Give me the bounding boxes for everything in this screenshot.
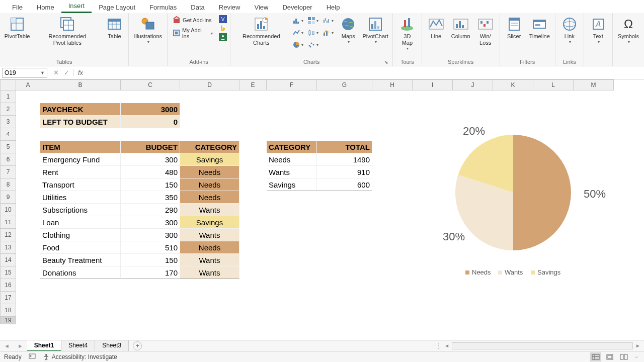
line-chart-button[interactable] bbox=[291, 27, 305, 38]
row-header-17[interactable]: 17 bbox=[0, 292, 16, 304]
select-all-corner[interactable] bbox=[0, 79, 16, 90]
timeline-button[interactable]: Timeline bbox=[527, 15, 552, 41]
tab-developer[interactable]: Developer bbox=[275, 2, 319, 13]
col-header-F[interactable]: F bbox=[267, 79, 317, 90]
scatter-chart-button[interactable] bbox=[306, 39, 320, 50]
tab-insert[interactable]: Insert bbox=[61, 0, 92, 13]
tab-data[interactable]: Data bbox=[184, 2, 211, 13]
col-header-I[interactable]: I bbox=[413, 79, 453, 90]
recommended-charts-button[interactable]: Recommended Charts bbox=[233, 15, 289, 47]
fx-icon[interactable]: fx bbox=[74, 69, 87, 76]
cell-B3[interactable]: LEFT TO BUDGET bbox=[40, 116, 121, 128]
cell-C9[interactable]: 350 bbox=[121, 191, 180, 204]
row-header-18[interactable]: 18 bbox=[0, 304, 16, 317]
sheet-nav-next[interactable]: ► bbox=[14, 343, 27, 349]
row-header-10[interactable]: 10 bbox=[0, 204, 16, 216]
row-header-2[interactable]: 2 bbox=[0, 103, 16, 116]
sheet-tab-sheet1[interactable]: Sheet1 bbox=[27, 340, 61, 351]
accessibility-button[interactable]: Accessibility: Investigate bbox=[43, 353, 117, 360]
tab-home[interactable]: Home bbox=[30, 2, 61, 13]
get-addins-button[interactable]: Get Add-ins bbox=[171, 15, 215, 25]
sheet-tab-sheet4[interactable]: Sheet4 bbox=[61, 340, 95, 351]
col-header-C[interactable]: C bbox=[121, 79, 180, 90]
spark-winloss-button[interactable]: Win/ Loss bbox=[474, 15, 497, 47]
waterfall-chart-button[interactable] bbox=[321, 15, 335, 26]
col-header-M[interactable]: M bbox=[574, 79, 614, 90]
table-button[interactable]: Table bbox=[103, 15, 125, 41]
cell-C2[interactable]: 3000 bbox=[121, 103, 180, 116]
my-addins-button[interactable]: My Add-ins bbox=[171, 26, 215, 40]
row-header-7[interactable]: 7 bbox=[0, 166, 16, 178]
tab-review[interactable]: Review bbox=[212, 2, 248, 13]
cell-B14[interactable]: Beauty Treatment bbox=[40, 254, 121, 266]
cell-G6[interactable]: 1490 bbox=[317, 153, 372, 166]
illustrations-button[interactable]: Illustrations bbox=[132, 15, 164, 45]
cell-B15[interactable]: Donations bbox=[40, 266, 121, 279]
cell-F5[interactable]: CATEGORY bbox=[267, 141, 317, 153]
map3d-button[interactable]: 3D Map bbox=[396, 15, 419, 52]
cell-B9[interactable]: Utilities bbox=[40, 191, 121, 204]
row-header-19[interactable]: 19 bbox=[0, 317, 16, 324]
charts-dialog-launcher[interactable]: ⬊ bbox=[384, 60, 388, 65]
cell-D7[interactable]: Needs bbox=[180, 166, 239, 178]
combo-chart-button[interactable] bbox=[321, 27, 335, 38]
tab-page-layout[interactable]: Page Layout bbox=[92, 2, 142, 13]
cell-B7[interactable]: Rent bbox=[40, 166, 121, 178]
add-sheet-button[interactable]: + bbox=[133, 341, 142, 350]
recommended-pivottables-button[interactable]: Recommended PivotTables bbox=[33, 15, 101, 47]
cell-C8[interactable]: 150 bbox=[121, 178, 180, 191]
cell-D8[interactable]: Needs bbox=[180, 178, 239, 191]
hscroll-left[interactable]: ◄ bbox=[443, 343, 451, 348]
cell-C10[interactable]: 290 bbox=[121, 204, 180, 216]
cell-G5[interactable]: TOTAL bbox=[317, 141, 372, 153]
name-box[interactable]: O19▼ bbox=[2, 68, 47, 78]
col-header-K[interactable]: K bbox=[493, 79, 533, 90]
hscroll-right[interactable]: ► bbox=[634, 343, 642, 348]
visio-icon[interactable]: V bbox=[219, 15, 227, 23]
column-chart-button[interactable] bbox=[291, 15, 305, 26]
cell-B8[interactable]: Transport bbox=[40, 178, 121, 191]
tab-formulas[interactable]: Formulas bbox=[142, 2, 184, 13]
cell-C6[interactable]: 300 bbox=[121, 153, 180, 166]
cell-B2[interactable]: PAYCHECK bbox=[40, 103, 121, 116]
cell-B12[interactable]: Clothing bbox=[40, 229, 121, 241]
col-header-J[interactable]: J bbox=[453, 79, 493, 90]
cell-B11[interactable]: Loan bbox=[40, 216, 121, 229]
cell-B13[interactable]: Food bbox=[40, 241, 121, 254]
row-header-5[interactable]: 5 bbox=[0, 141, 16, 153]
cell-D15[interactable]: Wants bbox=[180, 266, 239, 279]
enter-formula-button[interactable]: ✓ bbox=[64, 69, 69, 76]
tab-file[interactable]: File bbox=[5, 2, 30, 13]
row-header-14[interactable]: 14 bbox=[0, 254, 16, 266]
row-header-3[interactable]: 3 bbox=[0, 116, 16, 128]
cell-C13[interactable]: 510 bbox=[121, 241, 180, 254]
row-header-4[interactable]: 4 bbox=[0, 128, 16, 141]
cell-G7[interactable]: 910 bbox=[317, 166, 372, 178]
spark-column-button[interactable]: Column bbox=[449, 15, 472, 41]
formula-input[interactable] bbox=[87, 68, 644, 77]
cell-D9[interactable]: Needs bbox=[180, 191, 239, 204]
col-header-H[interactable]: H bbox=[372, 79, 413, 90]
cancel-formula-button[interactable]: ✕ bbox=[53, 69, 59, 76]
link-button[interactable]: Link bbox=[558, 15, 581, 45]
row-header-11[interactable]: 11 bbox=[0, 216, 16, 229]
col-header-G[interactable]: G bbox=[317, 79, 372, 90]
cell-B10[interactable]: Subscriptions bbox=[40, 204, 121, 216]
row-header-12[interactable]: 12 bbox=[0, 229, 16, 241]
col-header-D[interactable]: D bbox=[180, 79, 239, 90]
cell-B5[interactable]: ITEM bbox=[40, 141, 121, 153]
col-header-L[interactable]: L bbox=[533, 79, 574, 90]
col-header-E[interactable]: E bbox=[239, 79, 267, 90]
cell-D6[interactable]: Savings bbox=[180, 153, 239, 166]
view-page-layout-button[interactable] bbox=[604, 352, 615, 361]
pivotchart-button[interactable]: PivotChart bbox=[361, 15, 389, 45]
cell-F7[interactable]: Wants bbox=[267, 166, 317, 178]
sheet-tab-sheet3[interactable]: Sheet3 bbox=[95, 340, 129, 351]
cell-F8[interactable]: Savings bbox=[267, 178, 317, 191]
macro-record-icon[interactable] bbox=[29, 352, 36, 361]
pie-chart[interactable]: 20% 50% 30% Needs Wants Savings bbox=[428, 127, 609, 283]
row-header-15[interactable]: 15 bbox=[0, 266, 16, 279]
cell-D12[interactable]: Wants bbox=[180, 229, 239, 241]
pie-chart-button[interactable] bbox=[291, 39, 305, 50]
cell-C15[interactable]: 170 bbox=[121, 266, 180, 279]
